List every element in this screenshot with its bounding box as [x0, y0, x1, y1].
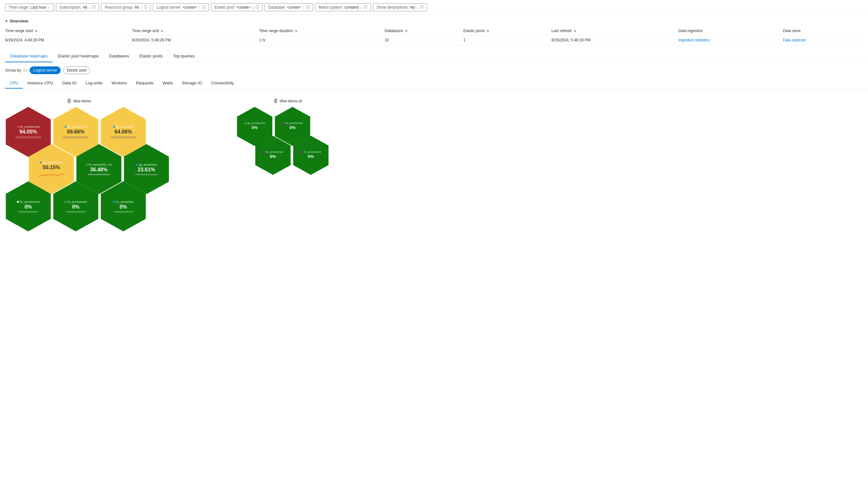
subscription-filter[interactable]: Subscription: All ⌄ ⓘ: [56, 3, 99, 11]
metric-tab-cpu[interactable]: CPU: [5, 78, 23, 88]
cell-duration: 1 hr: [259, 35, 385, 45]
server-group-dbw-demo: 🗄 dbw-demo bc_provisioned 94.05%: [5, 98, 153, 267]
main-tabs: Database heatmaps Elastic pool heatmaps …: [0, 50, 868, 63]
server1-icon: 🗄: [67, 98, 71, 104]
cell-elastic-pools: 1: [463, 35, 552, 45]
server2-label: 🗄 dbw-demo-dr: [273, 98, 302, 104]
overview-title: Overview: [10, 19, 28, 23]
ingestion-statistics-link[interactable]: Ingestion statistics: [678, 38, 710, 42]
metric-tab-storage-io[interactable]: Storage IO: [177, 78, 206, 88]
group-by-section: Group by ⓘ Logical server Elastic pool: [0, 63, 868, 78]
hex-hs-provisioned-2[interactable]: hs_provisioned 0%: [53, 181, 98, 231]
group-logical-server[interactable]: Logical server: [29, 66, 61, 74]
tab-database-heatmaps[interactable]: Database heatmaps: [5, 50, 53, 62]
server1-hex-grid: bc_provisioned 94.05% hs_provisio: [5, 106, 153, 267]
data-explorer-link[interactable]: Data explorer: [783, 38, 806, 42]
metric-tab-data-io[interactable]: Data IO: [58, 78, 81, 88]
cell-time-start: 8/29/2024, 4:48:28 PM: [5, 35, 132, 45]
metric-tab-waits[interactable]: Waits: [158, 78, 177, 88]
col-time-start[interactable]: Time range start ⇅: [5, 27, 132, 35]
tab-elastic-pools[interactable]: Elastic pools: [134, 50, 168, 62]
server1-label: 🗄 dbw-demo: [67, 98, 91, 104]
tab-top-queries[interactable]: Top queries: [168, 50, 200, 62]
match-pattern-filter[interactable]: Match pattern: contains ⌄ ⓘ: [315, 3, 371, 11]
metric-tab-log-write[interactable]: Log write: [81, 78, 107, 88]
database-filter[interactable]: Database: <unset> ⌄ ⓘ: [265, 3, 313, 11]
col-time-end[interactable]: Time range end ⇅: [132, 27, 259, 35]
cell-data-store: Data explorer: [783, 35, 863, 45]
collapse-icon[interactable]: ∧: [5, 19, 8, 23]
cell-data-ingestion: Ingestion statistics: [678, 35, 783, 45]
col-data-store: Data store: [783, 27, 863, 35]
time-range-filter[interactable]: Time range: Last hour ⌄: [5, 3, 54, 11]
metric-tabs: CPU Instance CPU Data IO Log write Worke…: [0, 78, 868, 89]
col-data-ingestion: Data ingestion: [678, 27, 783, 35]
hex-bc-provisioned-2[interactable]: bc_provisioned 0%: [6, 181, 51, 231]
resource-group-filter[interactable]: Resource group: All ⌄ ⓘ: [101, 3, 151, 11]
server1-name: dbw-demo: [73, 99, 91, 103]
cell-last-refresh: 8/29/2024, 5:48:28 PM: [551, 35, 678, 45]
metric-tab-workers[interactable]: Workers: [107, 78, 131, 88]
server2-name: dbw-demo-dr: [280, 99, 302, 103]
server-group-dbw-demo-dr: 🗄 dbw-demo-dr gp_provisioned 0%: [236, 98, 339, 203]
metric-tab-instance-cpu[interactable]: Instance CPU: [23, 78, 58, 88]
show-descriptions-filter[interactable]: Show descriptions: No ⌄ ⓘ: [373, 3, 427, 11]
group-elastic-pool[interactable]: Elastic pool: [63, 66, 90, 74]
group-by-label: Group by: [5, 68, 21, 73]
filter-bar: Time range: Last hour ⌄ Subscription: Al…: [0, 0, 868, 15]
heatmap-area: 🗄 dbw-demo bc_provisioned 94.05%: [0, 89, 868, 276]
metric-tab-connectivity[interactable]: Connectivity: [206, 78, 238, 88]
col-databases[interactable]: Databases ⇅: [385, 27, 463, 35]
tab-elastic-pool-heatmaps[interactable]: Elastic pool heatmaps: [53, 50, 104, 62]
col-elastic-pools[interactable]: Elastic pools ⇅: [463, 27, 552, 35]
overview-header: ∧ Overview: [5, 19, 863, 23]
hex-bc-provisioned-dr-2[interactable]: bc_provisioned 0%: [293, 136, 329, 175]
col-duration[interactable]: Time range duration ⇅: [259, 27, 385, 35]
overview-table: Time range start ⇅ Time range end ⇅ Time…: [5, 27, 863, 45]
cell-time-end: 8/29/2024, 5:48:28 PM: [132, 35, 259, 45]
col-last-refresh[interactable]: Last refresh ⇅: [551, 27, 678, 35]
server2-icon: 🗄: [273, 98, 278, 104]
logical-server-filter[interactable]: Logical server: <unset> ⌄ ⓘ: [153, 3, 209, 11]
hex-bc-provisioned-dr-1[interactable]: bc_provisioned 0%: [255, 136, 290, 175]
server2-hex-grid: gp_provisioned 0% hs_provisioned: [236, 106, 339, 203]
table-row: 8/29/2024, 4:48:28 PM 8/29/2024, 5:48:28…: [5, 35, 863, 45]
tab-databases[interactable]: Databases: [104, 50, 134, 62]
hex-hs-serverless-2[interactable]: hs_serverless 0%: [101, 181, 146, 231]
metric-tab-requests[interactable]: Requests: [131, 78, 158, 88]
elastic-pool-filter[interactable]: Elastic pool: <unset> ⌄ ⓘ: [211, 3, 263, 11]
overview-section: ∧ Overview Time range start ⇅ Time range…: [0, 15, 868, 45]
group-by-info-icon: ⓘ: [23, 68, 27, 73]
cell-databases: 10: [385, 35, 463, 45]
